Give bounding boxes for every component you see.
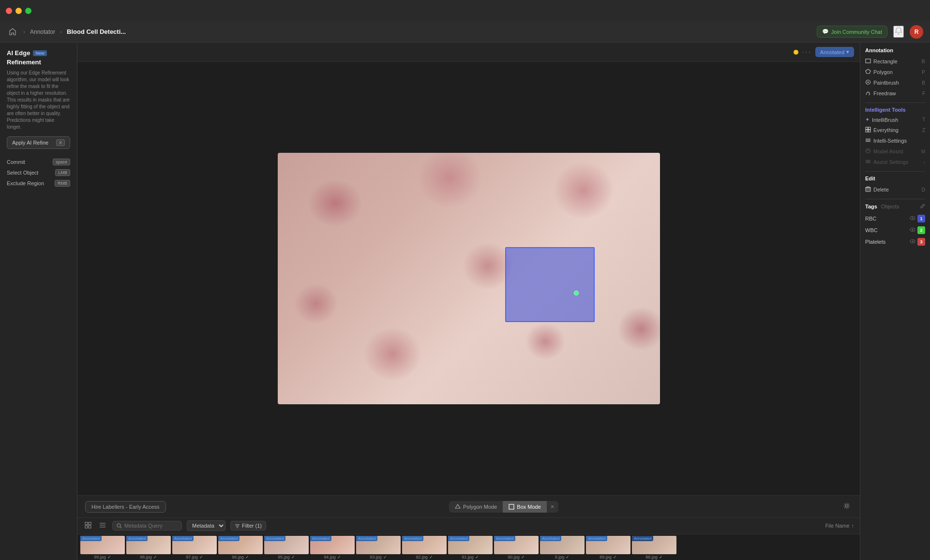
blood-cell-background (278, 153, 660, 404)
model-assist-label: Model Assist (873, 148, 903, 154)
edit-section-title: Edit (865, 176, 925, 181)
apply-ai-refine-button[interactable]: Apply AI Refine X (7, 136, 70, 149)
rbc-visibility-icon[interactable] (910, 216, 915, 221)
assist-settings-icon (865, 159, 871, 165)
thumbnail-91[interactable]: Annotated 91.jpg✓ (448, 536, 493, 558)
chat-icon: 💬 (822, 29, 829, 35)
rectangle-shortcut: R (922, 59, 925, 64)
status-indicator (794, 50, 798, 55)
annotation-selection-box[interactable] (505, 247, 595, 322)
user-avatar[interactable]: R (910, 25, 923, 39)
assist-settings-shortcut: › (924, 160, 925, 165)
thumbnail-96[interactable]: Annotated 96.jpg✓ (218, 536, 263, 558)
search-input[interactable] (124, 523, 178, 529)
thumbnail-94[interactable]: Annotated 94.jpg✓ (310, 536, 355, 558)
minimize-dot[interactable] (15, 8, 22, 14)
model-assist-icon (865, 148, 871, 155)
polygon-label: Polygon (873, 69, 893, 75)
everything-icon (865, 127, 871, 133)
thumbnail-88[interactable]: Annotated 88.jpg✓ (632, 536, 676, 558)
thumbnail-99[interactable]: Annotated 99.jpg✓ (80, 536, 125, 558)
intellibrush-tool[interactable]: ✦ IntelliBrush T (865, 115, 925, 125)
rectangle-label: Rectangle (873, 59, 898, 64)
edit-tags-icon[interactable] (920, 203, 925, 210)
intelligent-tools-section-title: Intelligent Tools (865, 107, 925, 113)
platelets-visibility-icon[interactable] (910, 239, 915, 245)
join-chat-label: Join Community Chat (831, 29, 882, 35)
annotated-status-button[interactable]: Annotated ▾ (815, 47, 854, 57)
freedraw-shortcut: F (922, 91, 925, 96)
thumbnail-95[interactable]: Annotated 95.jpg✓ (264, 536, 309, 558)
assist-settings-tool-left: Assist Settings (865, 159, 908, 165)
svg-rect-4 (89, 522, 91, 525)
canvas-area: ··· Annotated ▾ Hire Labellers - Early A… (77, 43, 860, 560)
metadata-select[interactable]: Metadata (187, 520, 225, 531)
polygon-mode-button[interactable]: Polygon Mode (449, 501, 503, 513)
ellipsis-indicator: ··· (802, 48, 811, 57)
paintbrush-icon (865, 79, 871, 86)
intelli-settings-tool[interactable]: Intelli-Settings (865, 135, 925, 146)
delete-tool[interactable]: Delete D (865, 184, 925, 195)
intellibrush-icon: ✦ (865, 117, 870, 123)
platelets-label: Platelets (865, 239, 908, 245)
bottom-bar: Hire Labellers - Early Access Polygon Mo… (77, 495, 860, 517)
list-view-button[interactable] (98, 520, 107, 531)
thumbnail-89[interactable]: Annotated 89.jpg✓ (586, 536, 630, 558)
everything-tool-left: Everything (865, 127, 899, 133)
hire-labellers-button[interactable]: Hire Labellers - Early Access (85, 501, 166, 513)
select-object-key: LMB (55, 169, 70, 176)
annotation-section-title: Annotation (865, 47, 925, 53)
paintbrush-tool[interactable]: Paintbrush B (865, 77, 925, 88)
join-chat-button[interactable]: 💬 Join Community Chat (817, 26, 887, 38)
svg-point-10 (117, 524, 120, 527)
intelli-settings-label: Intelli-Settings (873, 138, 907, 144)
svg-rect-31 (866, 188, 870, 192)
paintbrush-label: Paintbrush (873, 80, 899, 86)
filmstrip: Metadata Filter (1) File Name ↑ (77, 517, 860, 560)
canvas-toolbar: ··· Annotated ▾ (77, 43, 860, 62)
close-dot[interactable] (6, 8, 12, 14)
thumbnail-90[interactable]: Annotated 90.jpg✓ (494, 536, 539, 558)
everything-shortcut: Z (922, 128, 925, 133)
intelli-settings-tool-left: Intelli-Settings (865, 137, 907, 144)
platelets-count: 3 (917, 238, 925, 246)
home-button[interactable] (7, 26, 18, 38)
model-assist-tool: Model Assist M (865, 146, 925, 157)
thumbnail-93[interactable]: Annotated 93.jpg✓ (356, 536, 401, 558)
svg-rect-23 (869, 130, 871, 133)
maximize-dot[interactable] (25, 8, 31, 14)
grid-view-button[interactable] (83, 520, 93, 531)
thumbnail-9[interactable]: Annotated 9.jpg✓ (540, 536, 585, 558)
thumbnail-92[interactable]: Annotated 92.jpg✓ (402, 536, 447, 558)
wbc-visibility-icon[interactable] (910, 227, 915, 233)
breadcrumb-annotator[interactable]: Annotator (30, 29, 55, 35)
rectangle-icon (865, 58, 871, 65)
close-mode-button[interactable]: × (547, 501, 558, 513)
objects-tab[interactable]: Objects (881, 204, 899, 209)
everything-tool[interactable]: Everything Z (865, 125, 925, 135)
annotation-point (574, 291, 579, 295)
rbc-label: RBC (865, 216, 908, 221)
intelli-settings-icon (865, 137, 871, 144)
svg-marker-16 (866, 69, 870, 74)
box-mode-button[interactable]: Box Mode (503, 501, 547, 513)
assist-settings-tool: Assist Settings › (865, 157, 925, 167)
panel-title: AI Edge New (7, 49, 70, 57)
filter-button[interactable]: Filter (1) (230, 521, 266, 531)
polygon-tool[interactable]: Polygon P (865, 67, 925, 77)
tags-tab[interactable]: Tags (865, 204, 877, 209)
delete-label: Delete (873, 187, 889, 192)
divider-1 (865, 103, 925, 103)
notification-bell-button[interactable] (893, 26, 904, 38)
thumbnail-98[interactable]: Annotated 98.jpg✓ (126, 536, 171, 558)
wbc-count: 2 (917, 226, 925, 234)
filename-sort: File Name ↑ (825, 523, 854, 529)
filmstrip-toolbar: Metadata Filter (1) File Name ↑ (77, 518, 860, 534)
search-box (112, 521, 182, 531)
settings-button[interactable] (841, 501, 852, 513)
rectangle-tool[interactable]: Rectangle R (865, 56, 925, 67)
freedraw-tool[interactable]: Freedraw F (865, 88, 925, 99)
everything-label: Everything (873, 127, 899, 133)
thumbnail-97[interactable]: Annotated 97.jpg✓ (172, 536, 217, 558)
image-container[interactable] (77, 62, 860, 495)
